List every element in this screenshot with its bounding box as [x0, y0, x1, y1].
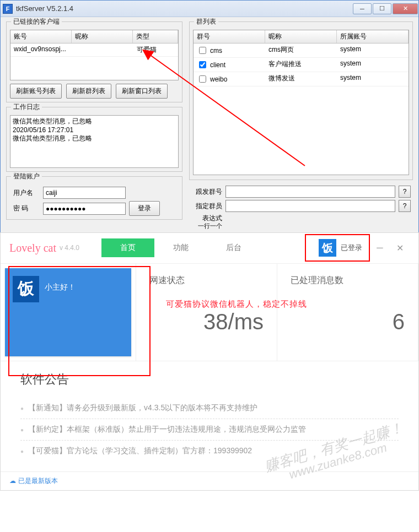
- app-icon: F: [3, 4, 13, 14]
- tab-backend[interactable]: 后台: [207, 238, 260, 257]
- lc-topbar: Lovely cat v 4.4.0 首页 功能 后台 饭 已登录 ─ ✕: [1, 233, 418, 264]
- avatar: 饭: [13, 276, 39, 302]
- clients-col-account[interactable]: 账号: [10, 30, 72, 43]
- group-check-client[interactable]: [199, 61, 206, 68]
- tab-home[interactable]: 首页: [101, 238, 154, 257]
- notice-title: 软件公告: [20, 371, 399, 388]
- login-status-label: 已登录: [341, 243, 362, 253]
- table-row[interactable]: weibo 微博发送 system: [194, 72, 409, 86]
- groups-col-owner[interactable]: 所属账号: [337, 30, 409, 43]
- groups-group-label: 群列表: [194, 17, 218, 26]
- username-label: 用户名: [13, 188, 40, 198]
- cloud-icon: ☁: [9, 477, 16, 485]
- log-group: 工作日志 微信其他类型消息，已忽略 2020/05/16 17:27:01 微信…: [6, 107, 182, 172]
- groups-col-id[interactable]: 群号: [194, 30, 265, 43]
- netspeed-value: 38/ms: [149, 310, 264, 334]
- profile-card: 饭 小主好！: [1, 264, 136, 361]
- list-item: 【新通知】请务必升级到最新版，v4.3.5以下的版本将不再支持维护: [20, 398, 399, 419]
- list-item: 【新约定】本框架（标准版）禁止用于一切违法违规用途，违规消息受网公力监管: [20, 419, 399, 440]
- groups-group: 群列表 群号 昵称 所属账号 cms cms网页 system client 客: [189, 21, 413, 180]
- follow-group-input[interactable]: [225, 186, 395, 198]
- expression-label: 表达式 一行一个: [191, 214, 222, 230]
- follow-group-help-button[interactable]: ?: [399, 186, 411, 198]
- table-row[interactable]: client 客户端推送 system: [194, 58, 409, 72]
- netspeed-title: 网速状态: [149, 275, 264, 286]
- maximize-button[interactable]: ☐: [373, 3, 391, 14]
- login-button[interactable]: 登录: [129, 201, 160, 216]
- lovelycat-window: Lovely cat v 4.4.0 首页 功能 后台 饭 已登录 ─ ✕ 饭 …: [0, 232, 419, 491]
- follow-group-label: 跟发群号: [191, 187, 222, 197]
- greeting-label: 小主好！: [45, 283, 76, 292]
- netspeed-card: 网速状态 38/ms: [136, 264, 277, 361]
- username-input[interactable]: [43, 187, 126, 199]
- close-button[interactable]: ✕: [393, 3, 418, 14]
- assign-member-help-button[interactable]: ?: [399, 200, 411, 212]
- lc-footer: ☁ 已是最新版本: [1, 471, 418, 490]
- clients-group: 已链接的客户端 账号 昵称 类型 wxid_ov9nsospj... 可爱猫 刷…: [6, 21, 182, 102]
- log-group-label: 工作日志: [11, 102, 42, 112]
- fan-icon: 饭: [319, 239, 336, 257]
- refresh-accounts-button[interactable]: 刷新账号列表: [10, 84, 62, 99]
- lc-close-button[interactable]: ✕: [390, 240, 410, 256]
- groups-table[interactable]: 群号 昵称 所属账号 cms cms网页 system client 客户端推送…: [193, 30, 409, 175]
- assign-member-input[interactable]: [225, 200, 395, 212]
- table-row[interactable]: wxid_ov9nsospj... 可爱猫: [10, 44, 178, 57]
- tkfserver-window: F tkfServer V5.2.1.4 ─ ☐ ✕ 已链接的客户端 账号 昵称…: [0, 0, 419, 233]
- tab-function[interactable]: 功能: [154, 238, 207, 257]
- messages-card: 已处理消息数 6: [277, 264, 418, 361]
- table-row[interactable]: cms cms网页 system: [194, 44, 409, 58]
- annotation-note: 可爱猫协议微信机器人，稳定不掉线: [166, 299, 307, 310]
- refresh-groups-button[interactable]: 刷新群列表: [66, 84, 111, 99]
- lc-minimize-button[interactable]: ─: [370, 240, 390, 256]
- password-input[interactable]: [43, 203, 126, 215]
- window-title: tkfServer V5.2.1.4: [16, 4, 73, 13]
- messages-title: 已处理消息数: [291, 275, 405, 286]
- group-check-weibo[interactable]: [199, 75, 206, 83]
- group-check-cms[interactable]: [199, 47, 206, 54]
- refresh-windows-button[interactable]: 刷新窗口列表: [116, 84, 168, 99]
- clients-col-nick[interactable]: 昵称: [72, 30, 133, 43]
- notice-section: 软件公告 【新通知】请务必升级到最新版，v4.3.5以下的版本将不再支持维护 【…: [1, 361, 418, 471]
- messages-value: 6: [291, 310, 405, 334]
- clients-group-label: 已链接的客户端: [11, 17, 62, 26]
- list-item: 【可爱猫】官方论坛（学习交流、插件定制）官方群：199399902: [20, 440, 399, 462]
- login-group-label: 登陆账户: [11, 172, 42, 181]
- password-label: 密 码: [13, 204, 40, 213]
- lc-brand: Lovely cat: [9, 242, 56, 254]
- assign-member-label: 指定群员: [191, 202, 222, 211]
- clients-table[interactable]: 账号 昵称 类型 wxid_ov9nsospj... 可爱猫: [10, 30, 179, 80]
- login-group: 登陆账户 用户名 密 码 登录: [6, 176, 182, 220]
- minimize-button[interactable]: ─: [353, 3, 372, 14]
- login-status[interactable]: 饭 已登录: [319, 239, 362, 257]
- clients-col-type[interactable]: 类型: [133, 30, 178, 43]
- profile-panel: 饭 小主好！: [5, 268, 131, 356]
- log-textarea[interactable]: 微信其他类型消息，已忽略 2020/05/16 17:27:01 微信其他类型消…: [10, 115, 179, 168]
- titlebar: F tkfServer V5.2.1.4 ─ ☐ ✕: [1, 1, 418, 17]
- footer-text: 已是最新版本: [18, 476, 58, 486]
- lc-version: v 4.4.0: [60, 244, 79, 252]
- groups-col-nick[interactable]: 昵称: [265, 30, 337, 43]
